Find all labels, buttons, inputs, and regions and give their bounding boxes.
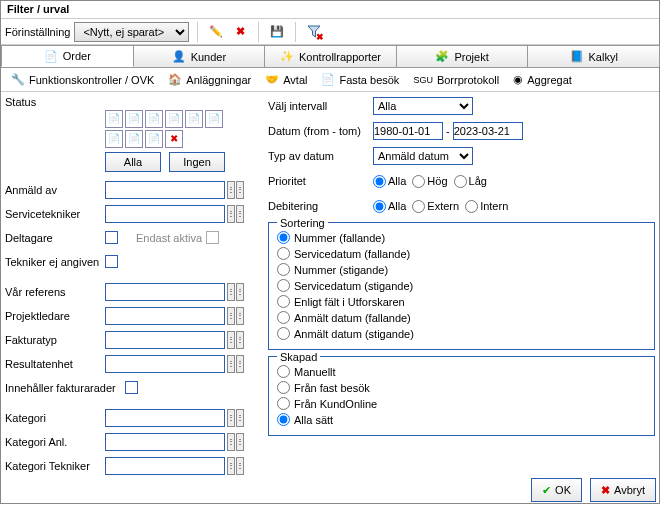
lookup-icon[interactable]: ⋮ xyxy=(236,457,244,475)
save-icon[interactable]: 💾 xyxy=(267,22,287,42)
tab-kunder[interactable]: 👤 Kunder xyxy=(133,45,266,67)
anmald-av-input[interactable] xyxy=(105,181,225,199)
status-filter-3[interactable]: 📄 xyxy=(145,110,163,128)
separator xyxy=(295,22,296,42)
var-referens-input[interactable] xyxy=(105,283,225,301)
lookup-icon[interactable]: ⋮ xyxy=(227,355,235,373)
skapad-kundonline-radio[interactable] xyxy=(277,397,290,410)
typ-av-datum-label: Typ av datum xyxy=(268,150,373,162)
lookup-icon[interactable]: ⋮ xyxy=(236,283,244,301)
sort-anmalt-stigande-radio[interactable] xyxy=(277,327,290,340)
subtab-borrprotokoll[interactable]: SGU Borrprotokoll xyxy=(407,72,505,88)
lookup-icon[interactable]: ⋮ xyxy=(236,205,244,223)
subtab-anlaggningar[interactable]: 🏠 Anläggningar xyxy=(162,71,257,88)
status-filter-10[interactable]: ✖ xyxy=(165,130,183,148)
project-icon: 🧩 xyxy=(435,50,449,63)
resultatenhet-input[interactable] xyxy=(105,355,225,373)
intervall-select[interactable]: Alla xyxy=(373,97,473,115)
radio-label: Alla xyxy=(388,200,406,212)
projektledare-label: Projektledare xyxy=(5,310,105,322)
tab-order[interactable]: 📄 Order xyxy=(1,45,134,67)
tekniker-ej-label: Tekniker ej angiven xyxy=(5,256,105,268)
order-icon: 📄 xyxy=(44,50,58,63)
subtab-fastabesok[interactable]: 📄 Fasta besök xyxy=(315,71,405,88)
status-filter-1[interactable]: 📄 xyxy=(105,110,123,128)
debitering-extern-radio[interactable] xyxy=(412,200,425,213)
tab-kontrollrapporter[interactable]: ✨ Kontrollrapporter xyxy=(264,45,397,67)
innehaller-fr-checkbox[interactable] xyxy=(125,381,138,394)
radio-label: Servicedatum (fallande) xyxy=(294,248,410,260)
lookup-icon[interactable]: ⋮ xyxy=(236,355,244,373)
fakturatyp-input[interactable] xyxy=(105,331,225,349)
deltagare-checkbox[interactable] xyxy=(105,231,118,244)
sort-enligt-falt-radio[interactable] xyxy=(277,295,290,308)
lookup-icon[interactable]: ⋮ xyxy=(227,283,235,301)
datum-from-input[interactable] xyxy=(373,122,443,140)
debitering-intern-radio[interactable] xyxy=(465,200,478,213)
prioritet-lag-radio[interactable] xyxy=(454,175,467,188)
status-filter-7[interactable]: 📄 xyxy=(105,130,123,148)
lookup-icon[interactable]: ⋮ xyxy=(227,307,235,325)
skapad-alla-satt-radio[interactable] xyxy=(277,413,290,426)
skapad-fast-besok-radio[interactable] xyxy=(277,381,290,394)
status-filter-4[interactable]: 📄 xyxy=(165,110,183,128)
cancel-button[interactable]: ✖ Avbryt xyxy=(590,478,656,502)
kategori-tek-input[interactable] xyxy=(105,457,225,475)
preset-select[interactable]: <Nytt, ej sparat> xyxy=(74,22,189,42)
servicetekniker-input[interactable] xyxy=(105,205,225,223)
edit-icon[interactable]: ✏️ xyxy=(206,22,226,42)
lookup-icon[interactable]: ⋮ xyxy=(227,181,235,199)
status-filter-9[interactable]: 📄 xyxy=(145,130,163,148)
endast-aktiva-checkbox[interactable] xyxy=(206,231,219,244)
sort-nummer-stigande-radio[interactable] xyxy=(277,263,290,276)
status-filter-5[interactable]: 📄 xyxy=(185,110,203,128)
lookup-icon[interactable]: ⋮ xyxy=(236,331,244,349)
status-label: Status xyxy=(5,96,105,108)
radio-label: Från KundOnline xyxy=(294,398,377,410)
sort-nummer-fallande-radio[interactable] xyxy=(277,231,290,244)
status-all-button[interactable]: Alla xyxy=(105,152,161,172)
prioritet-alla-radio[interactable] xyxy=(373,175,386,188)
lookup-icon[interactable]: ⋮ xyxy=(236,307,244,325)
skapad-manuellt-radio[interactable] xyxy=(277,365,290,378)
radio-label: Anmält datum (stigande) xyxy=(294,328,414,340)
projektledare-input[interactable] xyxy=(105,307,225,325)
ok-button[interactable]: ✔ OK xyxy=(531,478,582,502)
subtab-funktionskontroller[interactable]: 🔧 Funktionskontroller / OVK xyxy=(5,71,160,88)
kategori-anl-input[interactable] xyxy=(105,433,225,451)
lookup-icon[interactable]: ⋮ xyxy=(236,409,244,427)
lookup-icon[interactable]: ⋮ xyxy=(227,433,235,451)
radio-label: Intern xyxy=(480,200,508,212)
kategori-input[interactable] xyxy=(105,409,225,427)
skapad-legend: Skapad xyxy=(277,351,320,363)
prioritet-hog-radio[interactable] xyxy=(412,175,425,188)
datum-tom-input[interactable] xyxy=(453,122,523,140)
sort-servicedatum-stigande-radio[interactable] xyxy=(277,279,290,292)
kategori-label: Kategori xyxy=(5,412,105,424)
lookup-icon[interactable]: ⋮ xyxy=(227,457,235,475)
datum-label: Datum (from - tom) xyxy=(268,125,373,137)
lookup-icon[interactable]: ⋮ xyxy=(227,205,235,223)
debitering-alla-radio[interactable] xyxy=(373,200,386,213)
typ-av-datum-select[interactable]: Anmäld datum xyxy=(373,147,473,165)
status-filter-2[interactable]: 📄 xyxy=(125,110,143,128)
lookup-icon[interactable]: ⋮ xyxy=(227,331,235,349)
lookup-icon[interactable]: ⋮ xyxy=(236,433,244,451)
status-none-button[interactable]: Ingen xyxy=(169,152,225,172)
dot-icon: ◉ xyxy=(513,73,523,86)
subtab-avtal[interactable]: 🤝 Avtal xyxy=(259,71,313,88)
tekniker-ej-checkbox[interactable] xyxy=(105,255,118,268)
status-filter-8[interactable]: 📄 xyxy=(125,130,143,148)
skapad-fieldset: Skapad Manuellt Från fast besök Från Kun… xyxy=(268,356,655,436)
sort-anmalt-fallande-radio[interactable] xyxy=(277,311,290,324)
tab-kalkyl[interactable]: 📘 Kalkyl xyxy=(527,45,660,67)
lookup-icon[interactable]: ⋮ xyxy=(227,409,235,427)
filter-clear-icon[interactable]: ✖ xyxy=(304,22,324,42)
sort-servicedatum-fallande-radio[interactable] xyxy=(277,247,290,260)
status-filter-6[interactable]: 📄 xyxy=(205,110,223,128)
delete-icon[interactable]: ✖ xyxy=(230,22,250,42)
lookup-icon[interactable]: ⋮ xyxy=(236,181,244,199)
subtab-aggregat[interactable]: ◉ Aggregat xyxy=(507,71,578,88)
var-referens-label: Vår referens xyxy=(5,286,105,298)
tab-projekt[interactable]: 🧩 Projekt xyxy=(396,45,529,67)
